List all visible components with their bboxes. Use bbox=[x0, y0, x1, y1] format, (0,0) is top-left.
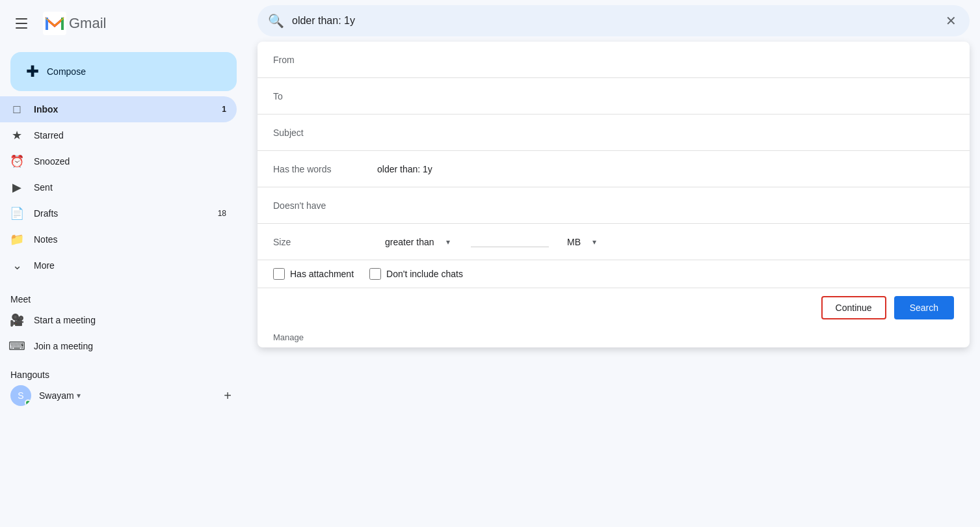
from-label: From bbox=[273, 55, 377, 65]
notes-icon: 📁 bbox=[10, 233, 23, 246]
sidebar-item-starred[interactable]: ★ Starred bbox=[0, 122, 237, 148]
inbox-icon: □ bbox=[10, 103, 23, 116]
sidebar-item-more[interactable]: ⌄ More bbox=[0, 252, 237, 278]
avatar: S bbox=[10, 385, 31, 406]
size-unit-select[interactable]: MB KB GB bbox=[567, 237, 599, 247]
search-input[interactable] bbox=[292, 15, 935, 27]
has-words-label: Has the words bbox=[273, 164, 377, 174]
hangouts-section: Hangouts S Swayam ▾ + bbox=[0, 370, 247, 406]
search-icon: 🔍 bbox=[268, 13, 284, 29]
start-meeting-label: Start a meeting bbox=[34, 315, 226, 325]
main-content: 🔍 ✕ From To Subject Has the words Doesn'… bbox=[247, 0, 980, 527]
starred-label: Starred bbox=[34, 130, 226, 141]
manage-link[interactable]: Manage bbox=[258, 327, 970, 347]
advanced-search-actions: Continue Search bbox=[258, 288, 970, 327]
menu-icon[interactable] bbox=[10, 10, 36, 36]
online-indicator bbox=[25, 399, 31, 406]
close-icon[interactable]: ✕ bbox=[943, 10, 959, 31]
starred-icon: ★ bbox=[10, 129, 23, 142]
has-words-input[interactable] bbox=[377, 161, 954, 177]
meet-section-label: Meet bbox=[0, 284, 247, 307]
sidebar-item-sent[interactable]: ▶ Sent bbox=[0, 174, 237, 200]
inbox-count: 1 bbox=[222, 105, 226, 114]
advanced-search-panel: From To Subject Has the words Doesn't ha… bbox=[258, 42, 970, 347]
sidebar-item-join-meeting[interactable]: ⌨ Join a meeting bbox=[0, 333, 237, 359]
hangouts-section-label: Hangouts bbox=[10, 370, 237, 380]
sidebar-item-drafts[interactable]: 📄 Drafts 18 bbox=[0, 200, 237, 226]
subject-label: Subject bbox=[273, 128, 377, 138]
size-comparison-wrapper: greater than less than ▾ bbox=[385, 237, 453, 247]
app-title: Gmail bbox=[69, 15, 106, 32]
size-label: Size bbox=[273, 237, 377, 247]
gmail-logo: Gmail bbox=[43, 12, 106, 35]
dont-include-chats-label: Don't include chats bbox=[386, 269, 463, 279]
doesnt-have-row: Doesn't have bbox=[258, 187, 970, 224]
search-button[interactable]: Search bbox=[894, 296, 954, 319]
continue-button[interactable]: Continue bbox=[821, 296, 886, 319]
gmail-logo-icon bbox=[43, 12, 66, 35]
dont-include-chats-checkbox[interactable] bbox=[369, 268, 381, 280]
to-label: To bbox=[273, 91, 377, 101]
dont-include-chats-item[interactable]: Don't include chats bbox=[369, 268, 463, 280]
drafts-icon: 📄 bbox=[10, 207, 23, 220]
sidebar: Gmail ✚ Compose □ Inbox 1 ★ Starred ⏰ Sn… bbox=[0, 0, 247, 527]
subject-input[interactable] bbox=[377, 125, 954, 141]
has-attachment-item[interactable]: Has attachment bbox=[273, 268, 354, 280]
more-label: More bbox=[34, 260, 226, 271]
sidebar-item-notes[interactable]: 📁 Notes bbox=[0, 226, 237, 252]
user-chevron-icon: ▾ bbox=[77, 391, 81, 400]
sent-label: Sent bbox=[34, 182, 226, 193]
has-attachment-label: Has attachment bbox=[290, 269, 354, 279]
snoozed-icon: ⏰ bbox=[10, 155, 23, 168]
compose-label: Compose bbox=[47, 66, 86, 77]
size-unit-wrapper: MB KB GB ▾ bbox=[567, 237, 599, 247]
hangout-user: S Swayam ▾ + bbox=[10, 385, 237, 406]
keyboard-icon: ⌨ bbox=[10, 340, 23, 353]
join-meeting-label: Join a meeting bbox=[34, 341, 226, 351]
compose-button[interactable]: ✚ Compose bbox=[10, 52, 237, 91]
subject-row: Subject bbox=[258, 115, 970, 151]
from-input[interactable] bbox=[377, 52, 954, 68]
sent-icon: ▶ bbox=[10, 181, 23, 194]
size-comparison-select[interactable]: greater than less than bbox=[385, 237, 453, 247]
size-row: Size greater than less than ▾ MB KB GB ▾ bbox=[258, 224, 970, 260]
sidebar-header: Gmail bbox=[0, 5, 247, 47]
to-row: To bbox=[258, 78, 970, 115]
doesnt-have-label: Doesn't have bbox=[273, 200, 377, 211]
sidebar-item-snoozed[interactable]: ⏰ Snoozed bbox=[0, 148, 237, 174]
snoozed-label: Snoozed bbox=[34, 156, 226, 167]
hangout-user-name[interactable]: Swayam ▾ bbox=[39, 390, 81, 401]
more-chevron-icon: ⌄ bbox=[10, 259, 23, 272]
has-attachment-checkbox[interactable] bbox=[273, 268, 285, 280]
checkbox-row: Has attachment Don't include chats bbox=[258, 260, 970, 288]
sidebar-item-start-meeting[interactable]: 🎥 Start a meeting bbox=[0, 307, 237, 333]
add-hangout-button[interactable]: + bbox=[219, 386, 237, 405]
size-value-input[interactable] bbox=[471, 236, 549, 247]
drafts-label: Drafts bbox=[34, 208, 207, 219]
drafts-count: 18 bbox=[218, 209, 226, 218]
from-row: From bbox=[258, 42, 970, 78]
doesnt-have-input[interactable] bbox=[377, 198, 954, 213]
inbox-label: Inbox bbox=[34, 104, 211, 115]
video-camera-icon: 🎥 bbox=[10, 314, 23, 327]
compose-plus-icon: ✚ bbox=[26, 62, 39, 81]
notes-label: Notes bbox=[34, 234, 226, 245]
sidebar-item-inbox[interactable]: □ Inbox 1 bbox=[0, 96, 237, 122]
to-input[interactable] bbox=[377, 88, 954, 104]
search-bar: 🔍 ✕ bbox=[258, 5, 970, 36]
has-words-row: Has the words bbox=[258, 151, 970, 187]
